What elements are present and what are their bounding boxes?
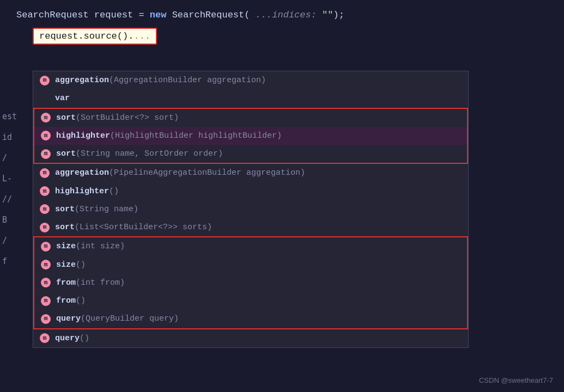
method-params: (QueryBuilder query) xyxy=(81,313,179,325)
editor-background: SearchRequest request = new SearchReques… xyxy=(0,0,564,392)
method-name: highlighter xyxy=(56,130,110,142)
method-badge: m xyxy=(40,186,50,196)
sidebar-partials: est id / L- // B / f xyxy=(0,106,17,272)
top-code-line: SearchRequest request = new SearchReques… xyxy=(0,0,564,23)
method-name: sort xyxy=(56,148,76,160)
ac-item-query-1[interactable]: m query(QueryBuilder query) xyxy=(34,310,467,328)
ac-item-size-2[interactable]: m size() xyxy=(34,256,467,274)
method-name: sort xyxy=(56,112,76,124)
param-hint: ...indices: xyxy=(256,10,322,20)
ac-item-highlighter-2[interactable]: m highlighter() xyxy=(33,182,468,200)
method-badge: m xyxy=(41,113,51,122)
ac-item-highlighter-1[interactable]: m highlighter(HighlightBuilder highlight… xyxy=(34,127,467,145)
method-name: aggregation xyxy=(55,74,109,87)
method-name: sort xyxy=(55,203,75,216)
var-label: var xyxy=(55,92,70,105)
method-params: () xyxy=(80,332,89,345)
method-params: (SortBuilder<?> sort) xyxy=(76,112,179,124)
ac-item-aggregation-1[interactable]: m aggregation(AggregationBuilder aggrega… xyxy=(33,71,468,89)
method-badge: m xyxy=(41,131,51,140)
autocomplete-dropdown: m aggregation(AggregationBuilder aggrega… xyxy=(33,71,469,348)
method-name: from xyxy=(56,277,76,289)
method-badge: m xyxy=(41,314,51,324)
watermark: CSDN @sweetheart7-7 xyxy=(479,376,553,384)
method-params: () xyxy=(76,259,86,271)
method-badge: m xyxy=(40,223,50,232)
method-name: highlighter xyxy=(55,185,109,198)
method-name: size xyxy=(56,259,76,271)
method-badge: m xyxy=(40,204,50,214)
ac-item-query-2[interactable]: m query() xyxy=(33,329,468,347)
code-text3: ); xyxy=(333,10,344,20)
method-name: query xyxy=(56,313,81,325)
ac-item-aggregation-2[interactable]: m aggregation(PipelineAggregationBuilder… xyxy=(33,164,468,182)
method-badge: m xyxy=(41,149,51,159)
ac-item-size-1[interactable]: m size(int size) xyxy=(34,237,467,255)
ac-item-sort-4[interactable]: m sort(List<SortBuilder<?>> sorts) xyxy=(33,218,468,236)
ac-item-sort-1[interactable]: m sort(SortBuilder<?> sort) xyxy=(34,109,467,127)
watermark-text: CSDN @sweetheart7-7 xyxy=(479,376,553,384)
method-params: (AggregationBuilder aggregation) xyxy=(109,74,266,87)
method-name: size xyxy=(56,240,76,253)
method-name: from xyxy=(56,295,76,307)
string-val: "" xyxy=(322,10,333,20)
active-line-wrapper: request.source().... xyxy=(0,23,564,45)
method-params: (String name, SortOrder order) xyxy=(76,148,223,160)
red-group-2: m size(int size) m size() m from(int fro… xyxy=(33,236,468,329)
method-badge: m xyxy=(41,242,51,252)
method-name: sort xyxy=(55,221,75,234)
method-name: aggregation xyxy=(55,167,109,179)
code-text2: SearchRequest( xyxy=(166,10,255,20)
active-line: request.source().... xyxy=(33,28,157,45)
ac-item-from-2[interactable]: m from() xyxy=(34,292,467,310)
method-badge: m xyxy=(40,168,50,178)
method-params: (int from) xyxy=(76,277,125,289)
method-badge: m xyxy=(41,260,51,270)
method-params: (HighlightBuilder highlightBuilder) xyxy=(110,130,282,142)
method-params: (int size) xyxy=(76,240,125,253)
active-line-cursor: ... xyxy=(134,31,150,41)
method-badge: m xyxy=(40,76,50,85)
method-params: () xyxy=(109,185,119,198)
ac-item-sort-3[interactable]: m sort(String name) xyxy=(33,200,468,218)
red-group-1: m sort(SortBuilder<?> sort) m highlighte… xyxy=(33,108,468,164)
method-params: (List<SortBuilder<?>> sorts) xyxy=(75,221,212,234)
ac-item-from-1[interactable]: m from(int from) xyxy=(34,274,467,292)
ac-item-sort-2[interactable]: m sort(String name, SortOrder order) xyxy=(34,145,467,163)
method-params: (String name) xyxy=(75,203,138,216)
method-badge: m xyxy=(41,296,51,306)
method-name: query xyxy=(55,332,80,345)
code-text: SearchRequest request = xyxy=(16,10,150,20)
method-params: (PipelineAggregationBuilder aggregation) xyxy=(109,167,305,179)
keyword-new: new xyxy=(150,10,167,20)
method-badge: m xyxy=(40,333,50,343)
ac-item-var[interactable]: var xyxy=(33,89,468,107)
method-badge: m xyxy=(41,278,51,287)
method-params: () xyxy=(76,295,86,307)
active-line-text: request.source(). xyxy=(39,31,134,41)
